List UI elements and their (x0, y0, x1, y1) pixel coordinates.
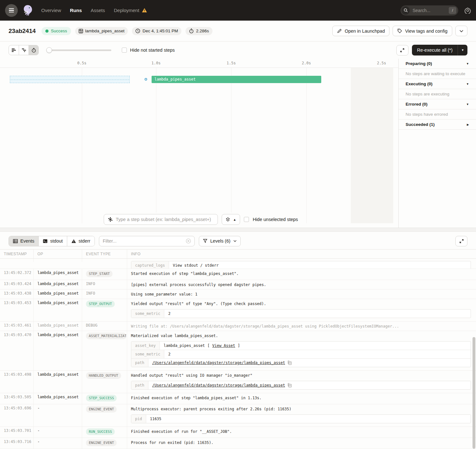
gantt-fullscreen-button[interactable] (396, 45, 408, 55)
info-cell: Materialized value lambda_pipes_asset.as… (127, 331, 476, 370)
view-mode-waterfall-icon[interactable] (19, 45, 29, 55)
chevron-down-icon: ▼ (466, 62, 469, 65)
sidebar-section-header[interactable]: Executing (0)▼ (399, 79, 476, 89)
table-row[interactable]: captured_logsView stdout / stderr (0, 259, 476, 269)
table-row[interactable]: 13:45:03.453lambda_pipes_assetSTEP_OUTPU… (0, 299, 476, 322)
nav-item-runs[interactable]: Runs (70, 8, 82, 13)
reexecute-dropdown-button[interactable]: ▼ (458, 49, 467, 52)
info-text: Handled output "result" using IO manager… (131, 372, 471, 378)
nav-item-overview[interactable]: Overview (41, 8, 61, 13)
copy-icon[interactable] (288, 361, 292, 365)
sidebar-section-header[interactable]: Succeeded (1)▶ (399, 120, 476, 130)
events-table-header: TIMESTAMPOPEVENT TYPEINFO (0, 249, 476, 259)
hide-not-started-checkbox[interactable] (122, 48, 127, 53)
path-link[interactable]: /Users/alangenfeld/data/dagster/storage/… (152, 383, 285, 387)
log-filter-placeholder: Filter... (103, 238, 186, 244)
step-subset-input[interactable]: Type a step subset (ex: lambda_pipes_ass… (104, 214, 218, 225)
log-tabs: Events stdout stderr (9, 236, 95, 246)
zoom-slider-track[interactable] (46, 49, 111, 51)
tab-events[interactable]: Events (9, 236, 38, 246)
op-cell: lambda_pipes_asset (33, 393, 82, 404)
step-subset-placeholder: Type a step subset (ex: lambda_pipes_ass… (116, 217, 211, 222)
chevron-down-icon (233, 240, 237, 242)
zoom-slider[interactable] (46, 47, 111, 53)
sidebar-section-header[interactable]: Preparing (0)▼ (399, 59, 476, 69)
metadata-key: some_metric (131, 309, 164, 318)
gantt-axis-tick: 2.5s (377, 61, 386, 65)
gantt-step-marker[interactable] (145, 78, 147, 81)
nav-item-deployment[interactable]: Deployment (114, 8, 147, 13)
log-filter-input[interactable]: Filter... (99, 236, 195, 246)
table-row[interactable]: 13:45:03.470lambda_pipes_assetASSET_MATE… (0, 331, 476, 371)
gantt-axis-tick: 2.0s (302, 61, 311, 65)
events-fullscreen-button[interactable] (455, 236, 467, 246)
sidebar-section-header[interactable]: Errored (0)▼ (399, 99, 476, 109)
view-mode-timed-icon[interactable] (29, 45, 38, 55)
hamburger-menu-icon[interactable] (5, 4, 18, 17)
table-row[interactable]: 13:45:03.438lambda_pipes_assetINFOUsing … (0, 290, 476, 299)
sidebar-empty-text: No steps are executing (399, 89, 476, 99)
hide-unselected-checkbox[interactable] (244, 217, 249, 222)
pencil-icon (337, 29, 342, 33)
view-tags-config-button[interactable]: View tags and config (393, 26, 452, 36)
zoom-slider-knob[interactable] (46, 47, 52, 53)
table-row[interactable]: 13:45:03.498lambda_pipes_assetHANDLED_OU… (0, 371, 476, 393)
events-table-body: captured_logsView stdout / stderr13:45:0… (0, 259, 476, 449)
dagster-logo[interactable] (21, 4, 34, 17)
step-subset-icon (108, 217, 113, 222)
search-input[interactable]: Search... / (401, 5, 458, 16)
events-scrollbar[interactable] (473, 337, 475, 449)
run-actions-chevron-button[interactable] (455, 26, 467, 36)
panel-divider[interactable] (0, 228, 476, 232)
gantt-preparing-range (10, 76, 130, 83)
op-cell: lambda_pipes_asset (33, 290, 82, 299)
levels-dropdown[interactable]: Levels (6) (199, 236, 241, 246)
subset-apply-button[interactable]: ▲ (222, 214, 240, 225)
metadata-key: path (131, 359, 148, 367)
info-text: [pipes] external process successfully op… (131, 282, 471, 288)
nav-item-assets[interactable]: Assets (91, 8, 105, 13)
clear-filter-icon[interactable] (186, 238, 191, 244)
gantt-gridline (231, 68, 231, 223)
op-cell: lambda_pipes_asset (33, 269, 82, 280)
info-text: Finished execution of step "lambda_pipes… (131, 395, 471, 401)
warning-icon (142, 8, 147, 13)
copy-icon[interactable] (288, 383, 292, 387)
column-header: INFO (127, 250, 476, 258)
reexecute-all-button[interactable]: Re-execute all (*) (412, 48, 458, 53)
table-row[interactable]: 13:45:03.424lambda_pipes_assetINFO[pipes… (0, 280, 476, 290)
view-asset-link[interactable]: View Asset (212, 343, 235, 348)
metadata-value: 11635 (146, 415, 471, 423)
table-row[interactable]: 13:45:03.505lambda_pipes_assetSTEP_SUCCE… (0, 393, 476, 404)
path-link[interactable]: /Users/alangenfeld/data/dagster/storage/… (152, 361, 285, 365)
table-row[interactable]: 13:45:02.372lambda_pipes_assetSTEP_START… (0, 269, 476, 280)
table-row[interactable]: 13:45:03.701-RUN_SUCCESSFinished executi… (0, 427, 476, 438)
duration-chip: 2.286s (186, 27, 212, 35)
info-cell: Using some_parameter value: 1 (127, 290, 476, 299)
nav-links: Overview Runs Assets Deployment (41, 8, 147, 13)
metadata-row: pid11635 (131, 415, 471, 423)
tab-stderr[interactable]: stderr (67, 236, 95, 246)
tab-stdout[interactable]: stdout (38, 236, 67, 246)
metadata-row: path/Users/alangenfeld/data/dagster/stor… (131, 358, 471, 367)
event-type-cell: INFO (82, 280, 127, 289)
event-type-badge: RUN_SUCCESS (86, 428, 115, 435)
metadata-key: pid (131, 415, 146, 423)
table-row[interactable]: 13:45:03.461lambda_pipes_assetDEBUGWriti… (0, 322, 476, 331)
gantt-step-bar[interactable]: lambda_pipes_asset (152, 76, 321, 83)
open-launchpad-button[interactable]: Open in Launchpad (332, 26, 390, 36)
events-table: TIMESTAMPOPEVENT TYPEINFO captured_logsV… (0, 249, 476, 449)
job-chip[interactable]: lambda_pipes_asset (75, 27, 128, 35)
event-type-cell: ASSET_MATERIALIZAT… (82, 331, 127, 370)
step-status-sidebar: Preparing (0)▼No steps are waiting to ex… (398, 59, 476, 228)
timestamp-cell: 13:45:03.470 (0, 331, 33, 370)
top-nav: Overview Runs Assets Deployment Search..… (0, 0, 476, 21)
table-row[interactable]: 13:45:03.716-ENGINE_EVENTProcess for run… (0, 438, 476, 449)
gantt-chart[interactable]: 0.5s1.0s1.5s2.0s2.5s lambda_pipes_asset … (0, 59, 398, 228)
info-cell: Writing file at: /Users/alangenfeld/data… (127, 322, 476, 331)
clock-icon (135, 29, 140, 33)
settings-gear-icon[interactable] (465, 7, 471, 14)
view-mode-flat-icon[interactable] (9, 45, 19, 55)
op-cell: - (33, 438, 82, 449)
table-row[interactable]: 13:45:03.696-ENGINE_EVENTMultiprocess ex… (0, 404, 476, 427)
